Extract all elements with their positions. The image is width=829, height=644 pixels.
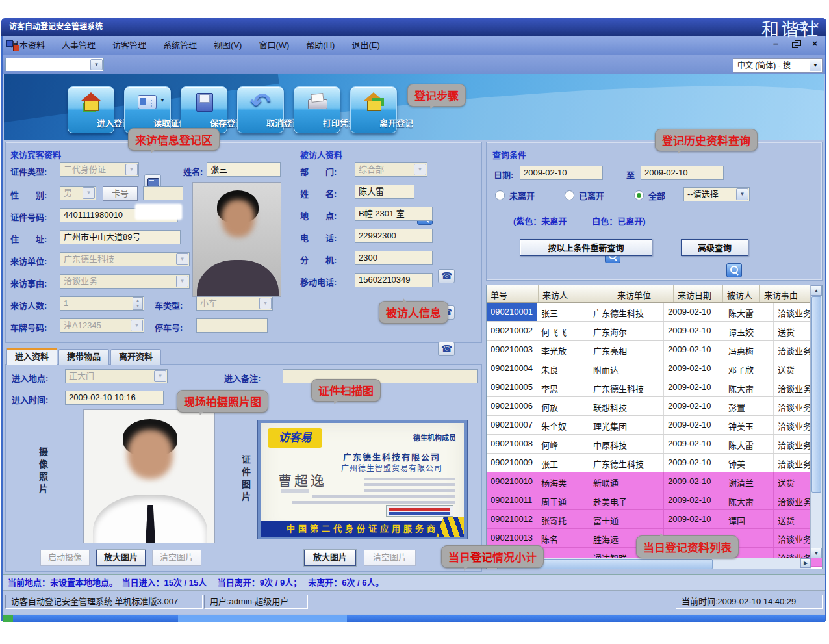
radio-option[interactable]: 全部 bbox=[634, 189, 665, 201]
chevron-down-icon[interactable]: ▼ bbox=[176, 253, 188, 265]
requery-button[interactable]: 按以上条件重新查询 bbox=[520, 239, 652, 256]
dial-mobile-icon[interactable] bbox=[438, 342, 455, 356]
date-to-field[interactable]: 2009-02-10 bbox=[641, 166, 724, 180]
tab[interactable]: 进入资料 bbox=[6, 348, 57, 365]
gender-select[interactable]: 男▼ bbox=[60, 186, 96, 200]
toolbar-button[interactable]: 保存登记 bbox=[181, 86, 227, 133]
radio-option[interactable]: 已离开 bbox=[565, 189, 604, 201]
chevron-down-icon[interactable]: ▼ bbox=[259, 298, 272, 309]
radio-icon[interactable] bbox=[565, 190, 574, 200]
chevron-down-icon[interactable]: ▼ bbox=[125, 164, 138, 175]
chevron-down-icon[interactable]: ▼ bbox=[131, 320, 143, 331]
toolbar-button[interactable]: 进入登记 bbox=[68, 86, 114, 133]
card-no-button[interactable]: 卡号 bbox=[103, 186, 138, 201]
chevron-down-icon[interactable]: ▼ bbox=[736, 188, 748, 200]
card-no-field[interactable] bbox=[143, 186, 183, 200]
table-column-header[interactable]: 来访人 bbox=[539, 285, 613, 302]
radio-option[interactable]: 未离开 bbox=[495, 189, 535, 201]
visited-name-field[interactable]: 陈大雷 bbox=[355, 185, 414, 199]
menu-item[interactable]: 视图(V) bbox=[205, 36, 250, 55]
scroll-down-icon[interactable]: ▼ bbox=[811, 548, 822, 558]
toolbar-button[interactable]: 打印凭条 bbox=[294, 86, 340, 133]
entry-time-field[interactable]: 2009-02-10 10:16 bbox=[65, 391, 164, 405]
dial-phone-icon[interactable] bbox=[438, 269, 455, 283]
chevron-down-icon[interactable]: ▼ bbox=[154, 370, 166, 382]
phone-field[interactable]: 22992300 bbox=[355, 229, 433, 243]
table-row[interactable]: 090210010 杨海类 新联通 2009-02-10 谢清兰 送货 bbox=[487, 472, 822, 491]
location-field[interactable]: B幢 2301 室 bbox=[355, 207, 433, 221]
parking-field[interactable] bbox=[196, 318, 268, 333]
table-column-header[interactable]: 来访日期 bbox=[674, 285, 723, 302]
dept-select[interactable]: 综合部▼ bbox=[355, 162, 427, 177]
entry-place-select[interactable]: 正大门▼ bbox=[65, 369, 168, 383]
table-column-header[interactable]: 单号 bbox=[487, 285, 539, 302]
toolbar-button[interactable]: ▼ 读取证件 bbox=[124, 86, 171, 133]
table-column-header[interactable]: 来访单位 bbox=[613, 285, 674, 302]
chevron-down-icon[interactable]: ▼ bbox=[810, 60, 821, 71]
vertical-scrollbar[interactable]: ▲ ▼ bbox=[810, 285, 822, 558]
chevron-down-icon[interactable]: ▼ bbox=[176, 276, 188, 287]
language-bar[interactable]: 中文 (简体) - 搜 ▼ bbox=[733, 58, 823, 73]
menu-item[interactable]: 帮助(H) bbox=[298, 36, 343, 55]
menu-item[interactable]: 窗口(W) bbox=[250, 36, 298, 55]
date-to-picker-icon[interactable] bbox=[726, 263, 742, 277]
table-row[interactable]: 090210011 周于通 赴美电子 2009-02-10 陈大雷 洽谈业务 bbox=[487, 491, 822, 510]
table-row[interactable]: 090210002 何飞飞 广东海尔 2009-02-10 谭玉姣 送货 bbox=[487, 322, 822, 341]
card-action-button[interactable]: 放大图片 bbox=[304, 550, 356, 566]
table-column-header[interactable]: 来访事由 bbox=[760, 285, 798, 302]
ext-field[interactable]: 2300 bbox=[355, 251, 433, 265]
table-column-header[interactable]: 被访人 bbox=[723, 285, 760, 302]
cell-id: 090210010 bbox=[487, 472, 537, 491]
vehicle-type-select[interactable]: 小车▼ bbox=[196, 296, 273, 311]
chevron-down-icon[interactable]: ▼ bbox=[83, 187, 95, 199]
scroll-up-icon[interactable]: ▲ bbox=[811, 285, 822, 296]
plate-label: 车牌号码: bbox=[10, 321, 47, 333]
toolbar-button[interactable]: 离开登记 bbox=[350, 86, 397, 133]
radio-icon[interactable] bbox=[634, 190, 644, 200]
menu-item[interactable]: 访客管理 bbox=[104, 36, 155, 55]
cell-company: 新联通 bbox=[589, 472, 664, 491]
chevron-down-icon[interactable]: ▼ bbox=[90, 59, 103, 70]
visitor-count-stepper[interactable]: 1 bbox=[60, 296, 144, 311]
date-from-field[interactable]: 2009-02-10 bbox=[520, 166, 603, 180]
quick-select-combobox[interactable]: ▼ bbox=[5, 58, 104, 71]
table-row[interactable]: 090210012 张寄托 富士通 2009-02-10 谭国 送货 bbox=[487, 510, 822, 529]
card-action-button[interactable]: 清空图片 bbox=[364, 550, 416, 566]
table-row[interactable]: 090210003 李光放 广东亮相 2009-02-10 冯惠梅 洽谈业务 bbox=[487, 341, 822, 359]
cell-reason: 送货 bbox=[774, 472, 811, 491]
table-row[interactable]: 090210005 李思 广东德生科技 2009-02-10 陈大雷 洽谈业务 bbox=[487, 378, 822, 397]
query-panel bbox=[486, 142, 823, 281]
scroll-right-icon[interactable]: ▶ bbox=[800, 558, 811, 568]
table-row[interactable]: 090210008 何峰 中原科技 2009-02-10 陈大雷 洽谈业务 bbox=[487, 435, 822, 454]
toolbar-button[interactable]: 取消登记 bbox=[237, 86, 284, 133]
stepper-arrows-icon[interactable]: ▲▼ bbox=[133, 297, 143, 310]
daily-summary-line: 当前地点：未设置本地地点。 当日进入：15次 / 15人 当日离开：9次 / 9… bbox=[3, 574, 825, 591]
table-row[interactable]: 090210009 张工 广东德生科技 2009-02-10 钟美 洽谈业务 bbox=[487, 454, 822, 472]
visit-company-select[interactable]: 广东德生科技▼ bbox=[60, 252, 190, 266]
scanned-card: 访客易 德生机构成员 广东德生科技有限公司 广州德生智盟贸易有限公司 曹超逸 中… bbox=[261, 423, 464, 537]
cert-type-select[interactable]: 二代身份证▼ bbox=[60, 162, 139, 177]
table-row[interactable]: 090210004 朱良 附而达 2009-02-10 邓子欣 送货 bbox=[487, 359, 822, 378]
plate-select[interactable]: 津A12345▼ bbox=[60, 318, 144, 333]
mobile-field[interactable]: 15602210349 bbox=[355, 273, 433, 287]
photo-action-button[interactable]: 清空图片 bbox=[152, 550, 201, 566]
advanced-query-button[interactable]: 高级查询 bbox=[681, 239, 748, 256]
table-row[interactable]: 090210001 张三 广东德生科技 2009-02-10 陈大雷 洽谈业务 bbox=[487, 303, 822, 322]
table-row[interactable]: 090210007 朱个奴 理光集团 2009-02-10 钟美玉 洽谈业务 bbox=[487, 416, 822, 435]
address-field[interactable]: 广州市中山大道89号 bbox=[60, 230, 181, 244]
photo-action-button[interactable]: 放大图片 bbox=[96, 550, 146, 566]
scrollbar-thumb[interactable] bbox=[811, 296, 821, 493]
menu-item[interactable]: 退出(E) bbox=[343, 36, 388, 55]
chevron-down-icon[interactable]: ▼ bbox=[414, 164, 426, 175]
radio-icon[interactable] bbox=[495, 190, 505, 200]
photo-action-button[interactable]: 启动摄像 bbox=[40, 550, 90, 566]
menu-item[interactable]: 系统管理 bbox=[155, 36, 205, 55]
cell-company: 中原科技 bbox=[589, 435, 664, 453]
table-row[interactable]: 090210006 何放 联想科技 2009-02-10 彭置 洽谈业务 bbox=[487, 397, 822, 416]
menu-item[interactable]: 人事管理 bbox=[53, 36, 104, 55]
tab[interactable]: 携带物品 bbox=[58, 349, 109, 365]
visit-reason-select[interactable]: 洽谈业务▼ bbox=[60, 274, 190, 289]
visitor-name-field[interactable]: 张三 bbox=[207, 162, 281, 177]
filter-select[interactable]: --请选择▼ bbox=[683, 187, 750, 201]
tab[interactable]: 离开资料 bbox=[110, 349, 161, 365]
